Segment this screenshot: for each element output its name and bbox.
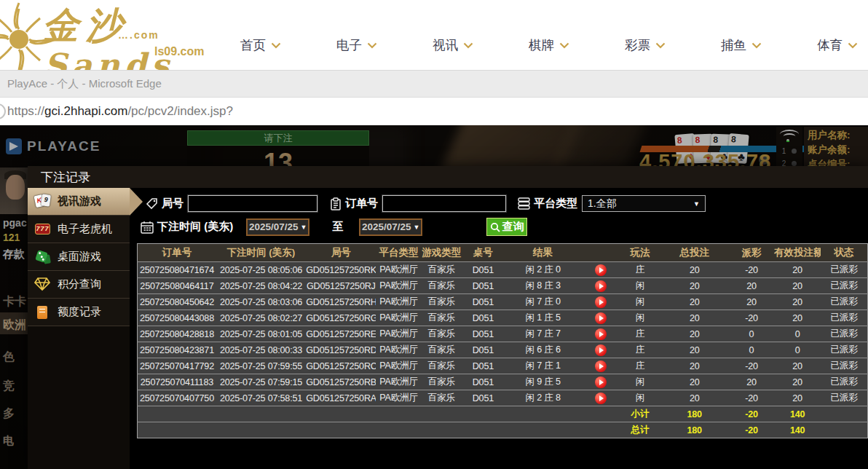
- cell-round: GD051257250RE: [306, 326, 376, 342]
- table-row: 250725070407750 2025-07-25 07:58:51 GD05…: [138, 390, 868, 406]
- cell-replay: [581, 310, 620, 326]
- date-from-picker[interactable]: 2025/07/25 ▼: [246, 218, 309, 236]
- chevron-down-icon: ▼: [414, 224, 420, 231]
- sidebar-item-quota-records[interactable]: 额度记录: [28, 299, 130, 326]
- cell-result: 闲 7 庄 0: [505, 294, 581, 310]
- cell-table: D051: [462, 342, 505, 358]
- chevron-down-icon: [559, 42, 569, 49]
- cell-total-valid: 140: [774, 422, 821, 438]
- nav-item-slots[interactable]: 电子: [336, 36, 377, 54]
- table-row: 250725080423871 2025-07-25 08:00:33 GD05…: [138, 342, 868, 358]
- cell-order: 250725080443088: [138, 310, 216, 326]
- cell-table: D051: [462, 262, 505, 278]
- search-button[interactable]: 查询: [486, 218, 527, 236]
- modal-body: K 9 视讯游戏 777 电子老虎机: [28, 188, 868, 469]
- cell-bet: 20: [660, 358, 729, 374]
- records-table-wrap: 订单号下注时间 (美东)局号平台类型游戏类型桌号结果玩法总投注派彩有效投注额状态…: [137, 243, 868, 438]
- sidebar-item-video-games[interactable]: K 9 视讯游戏: [28, 188, 130, 216]
- calendar-icon: [141, 221, 154, 234]
- nav-item-lottery[interactable]: 彩票: [625, 36, 666, 54]
- url-scheme: https://: [7, 104, 44, 119]
- cell-payout: 0: [729, 342, 774, 358]
- date-to-picker[interactable]: 2025/07/25 ▼: [359, 218, 422, 236]
- table-header-cell: 状态: [821, 244, 867, 262]
- nav-item-fishing[interactable]: 捕鱼: [721, 36, 762, 54]
- cell-bet: 20: [660, 294, 729, 310]
- url-host: gci.2hhapi.com: [44, 104, 127, 119]
- cell-game-type: 百家乐: [422, 310, 462, 326]
- cell-platform: PA欧洲厅: [376, 358, 421, 374]
- site-header: 金沙 ….com ls09.com Sands 首页电子视讯棋牌彩票捕鱼体育: [0, 0, 868, 70]
- replay-button[interactable]: [595, 393, 607, 404]
- cell-status: 已派彩: [821, 374, 867, 390]
- replay-button[interactable]: [595, 360, 607, 372]
- clipboard-icon: [330, 197, 342, 210]
- cell-status: 已派彩: [821, 326, 867, 342]
- date-to-value: 2025/07/25: [362, 221, 411, 232]
- playing-cards-icon: K 9: [34, 194, 52, 210]
- replay-button[interactable]: [595, 264, 607, 276]
- cell-valid-bet: 20: [774, 358, 821, 374]
- sidebar-item-slots[interactable]: 777 电子老虎机: [28, 216, 130, 243]
- cell-platform: PA欧洲厅: [376, 310, 421, 326]
- replay-button[interactable]: [595, 344, 607, 356]
- cell-game-type: 百家乐: [422, 342, 462, 358]
- chevron-down-icon: [367, 42, 377, 49]
- cell-order: 250725080428818: [138, 326, 216, 342]
- cell-bet: 20: [660, 278, 729, 294]
- nav-item-sports[interactable]: 体育: [817, 36, 858, 54]
- bet-time-label: 下注时间 (美东): [157, 220, 233, 234]
- replay-button[interactable]: [595, 280, 607, 292]
- replay-button[interactable]: [595, 377, 607, 388]
- gem-icon: [34, 277, 52, 293]
- screen: 金沙 ….com ls09.com Sands 首页电子视讯棋牌彩票捕鱼体育 P…: [0, 0, 868, 469]
- chevron-down-icon: [751, 42, 762, 49]
- address-bar[interactable]: https://gci.2hhapi.com/pc/pcv2/index.jsp…: [0, 98, 868, 125]
- cell-play: 庄: [620, 326, 660, 342]
- order-input[interactable]: [382, 195, 506, 212]
- cell-empty: [821, 422, 867, 438]
- cell-result: 闲 7 庄 1: [505, 358, 581, 374]
- cell-order: 250725070407750: [138, 390, 216, 406]
- browser-nav-icon[interactable]: [0, 103, 6, 119]
- nav-item-live[interactable]: 视讯: [433, 36, 473, 54]
- cell-order: 250725080464117: [138, 278, 216, 294]
- window-titlebar: PlayAce - 个人 - Microsoft Edge: [0, 70, 868, 98]
- cell-status: 已派彩: [821, 262, 867, 278]
- cell-status: 已派彩: [821, 358, 867, 374]
- cell-bet: 20: [660, 262, 729, 278]
- replay-button[interactable]: [595, 328, 607, 340]
- cell-time: 2025-07-25 08:03:06: [216, 294, 306, 310]
- nav-item-board-games[interactable]: 棋牌: [529, 36, 569, 54]
- cell-result: 闲 9 庄 5: [505, 374, 581, 390]
- platform-select[interactable]: 1.全部 ▼: [582, 195, 706, 212]
- cell-subtotal-label: 小计: [620, 406, 660, 422]
- nav-item-home[interactable]: 首页: [240, 36, 281, 54]
- replay-button[interactable]: [595, 312, 607, 324]
- table-header-cell: 桌号: [462, 244, 505, 262]
- cell-play: 闲: [620, 390, 660, 406]
- cell-game-type: 百家乐: [422, 326, 462, 342]
- cell-empty: [138, 422, 620, 438]
- round-input[interactable]: [188, 195, 317, 212]
- cell-round: GD051257250RD: [306, 342, 376, 358]
- cell-valid-bet: 20: [774, 278, 821, 294]
- cell-platform: PA欧洲厅: [376, 326, 421, 342]
- cell-play: 庄: [620, 262, 660, 278]
- replay-button[interactable]: [595, 296, 607, 308]
- cell-platform: PA欧洲厅: [376, 374, 421, 390]
- cell-status: 已派彩: [821, 310, 867, 326]
- platform-icon: [518, 197, 530, 210]
- cell-round: GD051257250RG: [306, 310, 376, 326]
- cell-payout: -20: [729, 310, 774, 326]
- cell-game-type: 百家乐: [422, 358, 462, 374]
- table-header-cell: 游戏类型: [422, 244, 462, 262]
- cell-play: 闲: [620, 294, 660, 310]
- cell-order: 250725080471674: [138, 262, 216, 278]
- chevron-down-icon: [655, 42, 666, 49]
- cell-game-type: 百家乐: [422, 278, 462, 294]
- cell-status: 已派彩: [821, 342, 867, 358]
- cell-valid-bet: 0: [774, 326, 821, 342]
- sidebar-item-table-games[interactable]: 桌面游戏: [28, 243, 130, 271]
- sidebar-item-points[interactable]: 积分查询: [28, 271, 130, 299]
